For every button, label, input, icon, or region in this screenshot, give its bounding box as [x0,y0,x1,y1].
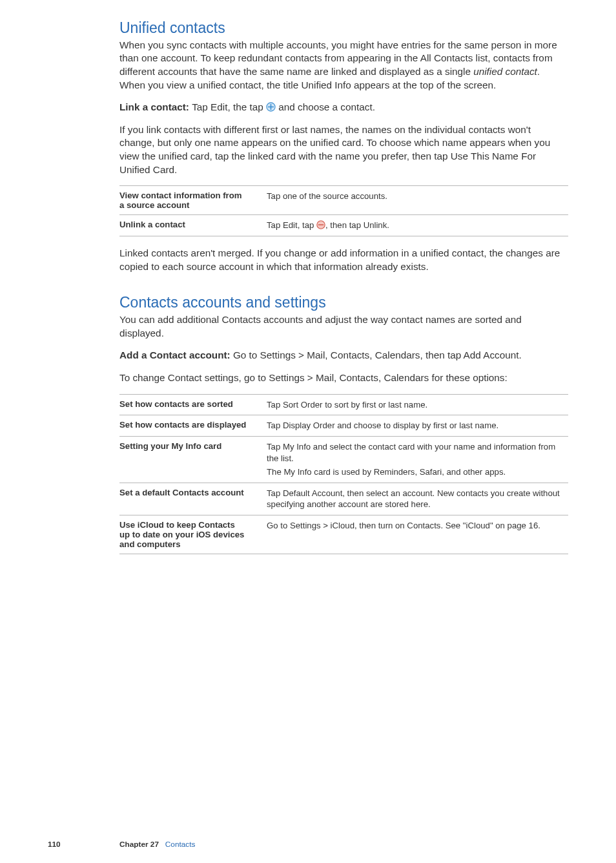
paragraph: Linked contacts aren't merged. If you ch… [119,247,568,273]
table-unified: View contact information from a source a… [119,185,568,236]
table-value: Tap My Info and select the contact card … [267,437,568,483]
text: a source account [119,200,189,210]
text-bold: Link a contact: [119,101,192,112]
text: , then tap Unlink. [325,220,389,230]
table-row: Set a default Contacts account Tap Defau… [119,483,568,515]
table-row: Use iCloud to keep Contacts up to date o… [119,515,568,554]
text: up to date on your iOS devices [119,530,244,539]
table-row: Unlink a contact Tap Edit, tap , then ta… [119,215,568,236]
text-italic: unified contact [473,66,537,77]
text: Tap Edit, the tap [192,101,266,112]
page-number: 110 [48,840,61,849]
paragraph: You can add additional Contacts accounts… [119,313,568,340]
heading-unified-contacts: Unified contacts [119,19,568,37]
table-value: Tap Sort Order to sort by first or last … [267,394,568,415]
text-bold: Chapter 27 [119,840,159,849]
table-label: View contact information from a source a… [119,186,267,215]
text: Tap My Info and select the contact card … [267,442,555,463]
table-label: Unlink a contact [119,215,267,236]
table-label: Set how contacts are displayed [119,415,267,437]
table-value: Tap Display Order and choose to display … [267,415,568,437]
table-label: Use iCloud to keep Contacts up to date o… [119,515,267,554]
text: Tap Edit, tap [267,220,316,230]
table-value: Tap one of the source accounts. [267,186,568,215]
table-row: Setting your My Info card Tap My Info an… [119,437,568,483]
add-icon [266,102,276,112]
text: Use iCloud to keep Contacts [119,520,235,530]
text: and choose a contact. [276,101,375,112]
paragraph: If you link contacts with different firs… [119,123,568,177]
chapter-label: Chapter 27 Contacts [119,840,195,849]
chapter-link[interactable]: Contacts [165,840,196,849]
table-row: View contact information from a source a… [119,186,568,215]
table-row: Set how contacts are displayed Tap Displ… [119,415,568,437]
table-value: Tap Default Account, then select an acco… [267,483,568,515]
paragraph: To change Contact settings, go to Settin… [119,371,568,385]
table-label: Set a default Contacts account [119,483,267,515]
table-value: Go to Settings > iCloud, then turn on Co… [267,515,568,554]
table-label: Set how contacts are sorted [119,394,267,415]
paragraph: Link a contact: Tap Edit, the tap and ch… [119,101,568,114]
text: and computers [119,539,181,549]
table-label: Setting your My Info card [119,437,267,483]
text: The My Info card is used by Reminders, S… [267,467,506,477]
remove-icon [316,220,325,229]
heading-contacts-settings: Contacts accounts and settings [119,294,568,312]
table-value: Tap Edit, tap , then tap Unlink. [267,215,568,236]
table-row: Set how contacts are sorted Tap Sort Ord… [119,394,568,415]
text: View contact information from [119,191,242,200]
paragraph: Add a Contact account: Go to Settings > … [119,349,568,362]
table-settings: Set how contacts are sorted Tap Sort Ord… [119,394,568,555]
text: Go to Settings > Mail, Contacts, Calenda… [233,349,522,360]
text-bold: Add a Contact account: [119,349,233,360]
paragraph: When you sync contacts with multiple acc… [119,39,568,92]
